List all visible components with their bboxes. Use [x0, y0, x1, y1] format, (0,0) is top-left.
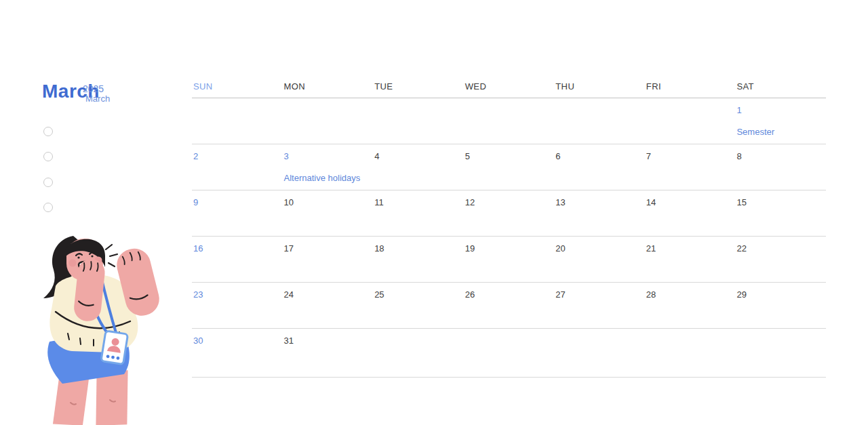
weekday-header-sun: SUN [192, 81, 283, 92]
day-number[interactable]: 16 [193, 243, 279, 254]
day-number[interactable]: 12 [465, 197, 551, 207]
empty-checklist-circle[interactable] [43, 178, 53, 187]
page-title: March 2025 March [42, 82, 123, 109]
day-number[interactable]: 1 [736, 105, 822, 115]
day-number[interactable]: 2 [193, 151, 279, 161]
day-cell-11[interactable]: 11 [373, 190, 464, 236]
day-cell-6[interactable]: 6 [554, 144, 645, 190]
day-cell-2[interactable]: 2 [192, 144, 283, 190]
day-cell-1[interactable]: 1Semester [735, 98, 826, 144]
day-cell-3[interactable]: 3Alternative holidays [283, 144, 374, 190]
day-cell-13[interactable]: 13 [554, 190, 645, 236]
blush-left [69, 260, 77, 267]
day-cell-4[interactable]: 4 [373, 144, 464, 190]
day-number[interactable]: 13 [555, 197, 641, 207]
day-cell-empty [464, 98, 555, 144]
day-cell-5[interactable]: 5 [464, 144, 555, 190]
day-cell-28[interactable]: 28 [645, 283, 736, 328]
day-number[interactable]: 28 [646, 289, 732, 300]
weekday-header-mon: MON [283, 81, 374, 92]
day-cell-8[interactable]: 8 [735, 144, 826, 190]
woman-announcing-illustration [35, 232, 164, 425]
calendar-page: March 2025 March [0, 0, 868, 425]
day-number[interactable]: 5 [465, 151, 551, 161]
day-cell-10[interactable]: 10 [283, 190, 374, 236]
day-number[interactable]: 21 [646, 243, 732, 254]
eye-left [77, 256, 79, 258]
day-cell-18[interactable]: 18 [373, 237, 464, 282]
day-cell-empty [283, 98, 374, 144]
day-cell-9[interactable]: 9 [192, 190, 283, 236]
day-cell-30[interactable]: 30 [192, 329, 283, 377]
day-cell-7[interactable]: 7 [645, 144, 736, 190]
calendar-week-row: 23Alternative holidays45678 [192, 144, 826, 190]
day-cell-16[interactable]: 16 [192, 237, 283, 282]
day-cell-14[interactable]: 14 [645, 190, 736, 236]
day-cell-empty [645, 329, 736, 377]
day-number[interactable]: 3 [284, 151, 370, 161]
day-number[interactable]: 6 [555, 151, 641, 161]
day-cell-23[interactable]: 23 [192, 283, 283, 328]
day-number[interactable]: 18 [374, 243, 460, 254]
weekday-header-tue: TUE [373, 81, 464, 92]
weekday-header-sat: SAT [735, 81, 826, 92]
sound-strokes [106, 245, 117, 266]
eye-right [91, 255, 93, 257]
calendar-week-row: 23242526272829 [192, 283, 826, 329]
day-number[interactable]: 22 [736, 243, 822, 254]
day-cell-17[interactable]: 17 [283, 237, 374, 282]
day-cell-26[interactable]: 26 [464, 283, 555, 328]
day-number[interactable]: 8 [736, 151, 822, 161]
day-cell-12[interactable]: 12 [464, 190, 555, 236]
illustration-svg [35, 232, 164, 425]
year-overlay-label: 2025 [83, 83, 104, 94]
day-number[interactable]: 30 [193, 336, 279, 346]
day-number[interactable]: 4 [374, 151, 460, 161]
day-cell-24[interactable]: 24 [283, 283, 374, 328]
day-cell-empty [554, 98, 645, 144]
day-cell-empty [645, 98, 736, 144]
weekday-header-wed: WED [464, 81, 555, 92]
day-cell-empty [373, 98, 464, 144]
day-cell-29[interactable]: 29 [735, 283, 826, 328]
day-number[interactable]: 7 [646, 151, 732, 161]
day-number[interactable]: 15 [736, 197, 822, 207]
day-number[interactable]: 26 [465, 289, 551, 300]
calendar-week-row: 16171819202122 [192, 237, 826, 283]
day-cell-empty [464, 329, 555, 377]
calendar: SUNMONTUEWEDTHUFRISAT 1Semester23Alterna… [192, 81, 826, 378]
empty-checklist-circle[interactable] [43, 203, 53, 212]
weekday-header-fri: FRI [645, 81, 736, 92]
day-number[interactable]: 9 [193, 197, 279, 207]
day-cell-19[interactable]: 19 [464, 237, 555, 282]
day-number[interactable]: 10 [284, 197, 370, 207]
day-cell-empty [735, 329, 826, 377]
calendar-week-row: 1Semester [192, 98, 826, 144]
month-overlay-label: March [85, 94, 110, 104]
day-number[interactable]: 29 [736, 289, 822, 300]
calendar-grid: 1Semester23Alternative holidays456789101… [192, 98, 826, 378]
day-cell-21[interactable]: 21 [645, 237, 736, 282]
event-label[interactable]: Semester [736, 127, 822, 137]
day-number[interactable]: 11 [374, 197, 460, 207]
day-number[interactable]: 24 [284, 289, 370, 300]
day-cell-15[interactable]: 15 [735, 190, 826, 236]
day-number[interactable]: 25 [374, 289, 460, 300]
day-cell-27[interactable]: 27 [554, 283, 645, 328]
day-number[interactable]: 17 [284, 243, 370, 254]
day-cell-20[interactable]: 20 [554, 237, 645, 282]
day-number[interactable]: 14 [646, 197, 732, 207]
day-number[interactable]: 31 [284, 336, 370, 346]
event-label[interactable]: Alternative holidays [284, 173, 370, 183]
day-cell-empty [192, 98, 283, 144]
day-cell-25[interactable]: 25 [373, 283, 464, 328]
day-cell-22[interactable]: 22 [735, 237, 826, 282]
day-number[interactable]: 23 [193, 289, 279, 300]
empty-checklist-circle[interactable] [43, 127, 53, 136]
day-number[interactable]: 19 [465, 243, 551, 254]
day-number[interactable]: 27 [555, 289, 641, 300]
weekday-header-thu: THU [554, 81, 645, 92]
day-cell-31[interactable]: 31 [283, 329, 374, 377]
day-number[interactable]: 20 [555, 243, 641, 254]
empty-checklist-circle[interactable] [43, 152, 53, 161]
